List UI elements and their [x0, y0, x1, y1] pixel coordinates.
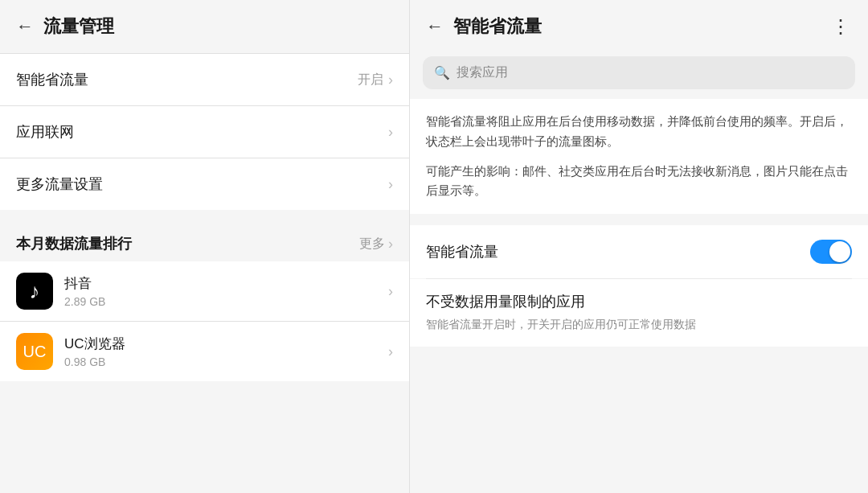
description-block: 智能省流量将阻止应用在后台使用移动数据，并降低前台使用的频率。开启后，状态栏上会…	[410, 99, 868, 214]
description-text-1: 智能省流量将阻止应用在后台使用移动数据，并降低前台使用的频率。开启后，状态栏上会…	[426, 112, 852, 152]
left-page-title: 流量管理	[43, 14, 114, 39]
section-gap-1	[0, 210, 409, 221]
chevron-icon-more-settings: ›	[388, 176, 393, 193]
app-item-uc[interactable]: UC UC浏览器 0.98 GB ›	[0, 322, 409, 381]
right-page-title: 智能省流量	[453, 14, 821, 39]
app-info-uc: UC浏览器 0.98 GB	[64, 335, 377, 368]
menu-item-right-app-network: ›	[388, 124, 393, 141]
uc-icon-symbol: UC	[23, 343, 47, 361]
section-more-button[interactable]: 更多 ›	[359, 236, 393, 253]
section-title-data-rank: 本月数据流量排行	[16, 234, 132, 253]
menu-item-right-smart-save: 开启 ›	[358, 72, 393, 88]
app-size-douyin: 2.89 GB	[64, 295, 377, 308]
app-icon-douyin: ♪	[16, 273, 53, 310]
menu-item-value-smart-save: 开启	[358, 72, 383, 88]
menu-item-right-more-settings: ›	[388, 176, 393, 193]
toggle-row-smart-save: 智能省流量	[410, 225, 868, 278]
menu-item-label-smart-save: 智能省流量	[16, 70, 88, 89]
search-bar[interactable]: 🔍 搜索应用	[423, 56, 855, 89]
chevron-icon-app-network: ›	[388, 124, 393, 141]
chevron-icon-smart-save: ›	[388, 72, 393, 88]
description-text-2: 可能产生的影响：邮件、社交类应用在后台时无法接收新消息，图片只能在点击后显示等。	[426, 162, 852, 202]
unrestricted-block[interactable]: 不受数据用量限制的应用 智能省流量开启时，开关开启的应用仍可正常使用数据	[410, 279, 868, 347]
toggle-knob	[829, 241, 850, 262]
chevron-icon-uc: ›	[388, 343, 393, 360]
chevron-icon-douyin: ›	[388, 283, 393, 300]
app-name-uc: UC浏览器	[64, 335, 377, 353]
left-panel: ← 流量管理 智能省流量 开启 › 应用联网 › 更多流量设置 › 本月数据流量…	[0, 0, 410, 493]
right-more-icon[interactable]: ⋮	[831, 15, 852, 38]
search-icon: 🔍	[434, 65, 450, 80]
menu-item-more-settings[interactable]: 更多流量设置 ›	[0, 158, 409, 210]
right-section-gap-1	[410, 214, 868, 225]
toggle-label-smart-save: 智能省流量	[426, 242, 498, 261]
app-info-douyin: 抖音 2.89 GB	[64, 274, 377, 308]
app-item-douyin[interactable]: ♪ 抖音 2.89 GB ›	[0, 261, 409, 321]
app-name-douyin: 抖音	[64, 274, 377, 293]
app-icon-uc: UC	[16, 333, 53, 370]
section-more-label: 更多	[359, 236, 385, 253]
unrestricted-desc: 智能省流量开启时，开关开启的应用仍可正常使用数据	[426, 316, 852, 334]
data-rank-section-header: 本月数据流量排行 更多 ›	[0, 221, 409, 261]
menu-item-label-app-network: 应用联网	[16, 122, 74, 142]
menu-item-label-more-settings: 更多流量设置	[16, 175, 103, 194]
right-back-button[interactable]: ←	[426, 16, 444, 37]
menu-item-smart-save[interactable]: 智能省流量 开启 ›	[0, 54, 409, 105]
douyin-icon-symbol: ♪	[30, 279, 40, 304]
toggle-switch-smart-save[interactable]	[810, 240, 852, 264]
left-header: ← 流量管理	[0, 0, 409, 53]
section-more-chevron: ›	[388, 236, 393, 253]
left-back-button[interactable]: ←	[16, 16, 34, 37]
unrestricted-title: 不受数据用量限制的应用	[426, 292, 852, 311]
right-panel: ← 智能省流量 ⋮ 🔍 搜索应用 智能省流量将阻止应用在后台使用移动数据，并降低…	[410, 0, 868, 493]
app-size-uc: 0.98 GB	[64, 355, 377, 368]
search-placeholder: 搜索应用	[457, 64, 508, 81]
menu-item-app-network[interactable]: 应用联网 ›	[0, 106, 409, 158]
right-header: ← 智能省流量 ⋮	[410, 0, 868, 53]
